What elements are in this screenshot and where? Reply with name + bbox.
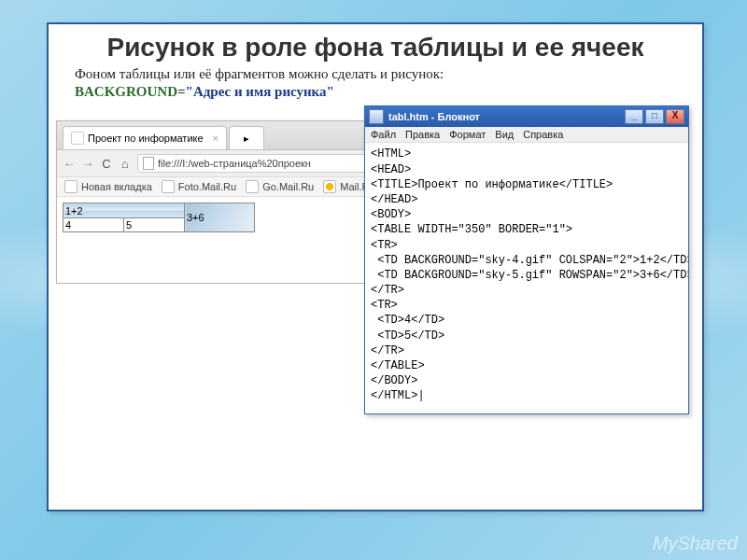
browser-window: Проект по информатике × ▸ ← → C ⌂ file:/… (56, 120, 403, 284)
browser-tabbar: Проект по информатике × ▸ (57, 121, 402, 150)
bookmark-icon (64, 180, 78, 193)
maximize-button[interactable]: □ (645, 109, 664, 124)
close-button[interactable]: X (666, 109, 684, 124)
table-cell-3-6: 3+6 (185, 203, 255, 232)
work-area: Проект по информатике × ▸ ← → C ⌂ file:/… (56, 105, 695, 423)
bookmark-item[interactable]: Go.Mail.Ru (246, 180, 314, 193)
url-text: file:///I:/web-страница%20проекн (158, 158, 311, 169)
window-buttons: _ □ X (625, 109, 684, 124)
browser-navbar: ← → C ⌂ file:///I:/web-страница%20проекн… (57, 150, 402, 177)
url-bar[interactable]: file:///I:/web-страница%20проекн ☆ (137, 154, 397, 173)
syntax-line: BACKGROUND="Адрес и имя рисунка" (75, 84, 676, 100)
slide-description: Фоном таблицы или её фрагментов можно сд… (75, 66, 676, 82)
tab-close-icon[interactable]: × (213, 133, 218, 144)
notepad-titlebar[interactable]: tabl.htm - Блокнот _ □ X (365, 106, 688, 127)
menu-file[interactable]: Файл (371, 129, 396, 140)
bookmark-icon (162, 180, 175, 193)
slide-title: Рисунок в роле фона таблицы и ее ячеек (86, 34, 665, 61)
menu-edit[interactable]: Правка (405, 129, 440, 140)
notepad-menubar: Файл Правка Формат Вид Справка (365, 127, 688, 143)
tab-title: Проект по информатике (88, 133, 204, 144)
plus-icon: ▸ (244, 133, 249, 145)
bookmark-label: Новая вкладка (81, 181, 152, 192)
table-cell-4: 4 (63, 217, 124, 232)
table-cell-1-2: 1+2 (63, 203, 185, 218)
favicon-icon (71, 132, 84, 145)
notepad-icon (369, 109, 384, 124)
browser-page: 1+2 3+6 4 5 (57, 197, 402, 283)
notepad-content[interactable]: <HTML> <HEAD> <TITLE>Проект по информати… (365, 143, 688, 413)
menu-view[interactable]: Вид (495, 129, 514, 140)
home-button[interactable]: ⌂ (119, 157, 132, 171)
bookmark-label: Foto.Mail.Ru (178, 181, 236, 192)
browser-tab[interactable]: Проект по информатике × (63, 126, 227, 149)
bookmark-label: Go.Mail.Ru (262, 181, 314, 192)
demo-table: 1+2 3+6 4 5 (63, 203, 255, 232)
forward-button[interactable]: → (81, 157, 94, 171)
back-button[interactable]: ← (63, 157, 76, 171)
menu-format[interactable]: Формат (449, 129, 486, 140)
minimize-button[interactable]: _ (625, 109, 643, 124)
reload-button[interactable]: C (100, 157, 113, 171)
syntax-value: "Адрес и имя рисунка" (186, 84, 334, 99)
new-tab-button[interactable]: ▸ (229, 126, 264, 149)
page-icon (143, 157, 154, 170)
bookmarks-bar: Новая вкладка Foto.Mail.Ru Go.Mail.Ru Ma… (57, 177, 402, 197)
bookmark-item[interactable]: Новая вкладка (64, 180, 152, 193)
bookmark-icon (246, 180, 259, 193)
bookmark-item[interactable]: Foto.Mail.Ru (162, 180, 236, 193)
syntax-keyword: BACKGROUND (75, 84, 177, 99)
mail-icon (323, 180, 336, 193)
menu-help[interactable]: Справка (523, 129, 563, 140)
table-cell-5: 5 (124, 217, 185, 232)
notepad-window: tabl.htm - Блокнот _ □ X Файл Правка Фор… (364, 105, 689, 413)
syntax-equals: = (177, 84, 186, 99)
slide-frame: Рисунок в роле фона таблицы и ее ячеек Ф… (47, 22, 704, 511)
notepad-title: tabl.htm - Блокнот (388, 111, 480, 122)
